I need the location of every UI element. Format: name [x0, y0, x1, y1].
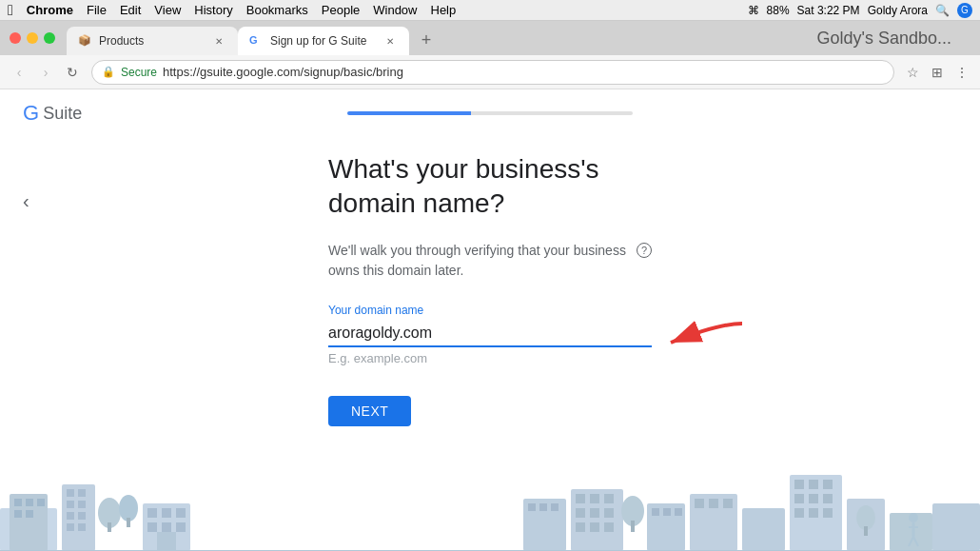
svg-rect-4	[26, 499, 33, 506]
svg-rect-39	[604, 494, 614, 503]
svg-rect-47	[631, 521, 635, 532]
suite-text: Suite	[43, 104, 82, 124]
svg-rect-50	[663, 508, 671, 516]
address-bar: ‹ › ↻ 🔒 Secure https://gsuite.google.com…	[0, 55, 980, 89]
close-button[interactable]	[10, 32, 21, 44]
svg-rect-5	[37, 499, 45, 506]
svg-rect-10	[78, 489, 86, 497]
chrome-tabbar: 📦 Products ✕ G Sign up for G Suite ✕ + G…	[0, 21, 980, 55]
tab-favicon-gsuite: G	[249, 34, 263, 48]
refresh-button[interactable]: ↻	[61, 61, 84, 84]
menu-file[interactable]: File	[87, 3, 107, 17]
secure-label: Secure	[121, 66, 157, 79]
svg-point-71	[909, 513, 918, 522]
svg-rect-40	[576, 508, 585, 518]
g-logo: G	[23, 101, 39, 126]
svg-rect-6	[14, 510, 22, 518]
svg-rect-59	[809, 480, 818, 489]
svg-rect-42	[604, 508, 614, 518]
svg-rect-38	[590, 494, 599, 503]
svg-rect-12	[78, 501, 86, 508]
new-tab-button[interactable]: +	[413, 27, 440, 53]
traffic-lights	[10, 32, 55, 44]
minimize-button[interactable]	[27, 32, 38, 44]
search-icon[interactable]: 🔍	[935, 4, 950, 17]
menu-people[interactable]: People	[322, 3, 360, 17]
svg-rect-53	[695, 499, 704, 508]
svg-rect-77	[864, 526, 868, 536]
next-button[interactable]: NEXT	[328, 396, 411, 426]
menu-chrome[interactable]: Chrome	[27, 3, 73, 17]
bookmark-icon[interactable]: ☆	[902, 62, 923, 83]
gsuite-header: G Suite	[0, 89, 980, 133]
menu-window[interactable]: Window	[373, 3, 417, 17]
gsuite-logo: G Suite	[23, 101, 82, 126]
svg-rect-35	[551, 503, 559, 511]
extensions-icon[interactable]: ⊞	[927, 62, 948, 83]
menu-edit[interactable]: Edit	[120, 3, 141, 17]
svg-rect-64	[794, 508, 804, 518]
svg-rect-14	[78, 512, 86, 520]
svg-rect-62	[809, 494, 818, 503]
clock: Sat 3:22 PM	[797, 4, 860, 17]
maximize-button[interactable]	[44, 32, 55, 44]
more-menu-icon[interactable]: ⋮	[951, 62, 972, 83]
svg-rect-11	[67, 501, 74, 508]
battery-level: 88%	[767, 4, 790, 17]
gsuite-main-content: ‹ What's your business's domain name? We…	[0, 133, 980, 551]
svg-rect-18	[108, 522, 111, 532]
svg-rect-24	[176, 508, 186, 518]
svg-point-19	[119, 495, 138, 521]
profile-icon[interactable]: G	[957, 3, 972, 18]
tab-title-gsuite: Sign up for G Suite	[270, 34, 375, 48]
svg-rect-3	[14, 499, 22, 506]
gsuite-page: G Suite ‹ What's your business's domain …	[0, 89, 980, 551]
tab-products[interactable]: 📦 Products ✕	[67, 27, 238, 55]
domain-field-label: Your domain name	[328, 304, 652, 317]
progress-empty	[471, 111, 633, 115]
menu-bookmarks[interactable]: Bookmarks	[246, 3, 308, 17]
back-button[interactable]: ‹	[8, 61, 30, 84]
svg-rect-69	[932, 503, 980, 551]
url-bar[interactable]: 🔒 Secure https://gsuite.google.com/signu…	[91, 60, 894, 85]
city-illustration: @	[0, 456, 980, 551]
menu-view[interactable]: View	[154, 3, 181, 17]
svg-rect-7	[26, 510, 33, 518]
back-arrow[interactable]: ‹	[23, 190, 29, 212]
main-title: What's your business's domain name?	[328, 152, 652, 222]
profile-menu[interactable]: Goldy's Sandbo...	[816, 29, 951, 49]
secure-icon: 🔒	[102, 66, 115, 78]
svg-rect-20	[127, 518, 130, 527]
svg-rect-63	[823, 494, 833, 503]
svg-rect-49	[652, 508, 659, 516]
svg-rect-61	[794, 494, 804, 503]
progress-filled	[347, 111, 471, 115]
svg-rect-34	[539, 503, 547, 511]
menubar:  Chrome File Edit View History Bookmark…	[0, 0, 980, 21]
tab-close-products[interactable]: ✕	[211, 33, 226, 49]
menu-history[interactable]: History	[194, 3, 232, 17]
svg-rect-51	[675, 508, 682, 516]
svg-rect-37	[576, 494, 585, 503]
svg-rect-25	[147, 522, 157, 532]
svg-rect-54	[709, 499, 718, 508]
apple-menu[interactable]: 	[8, 2, 13, 19]
subtitle-text: We'll walk you through verifying that yo…	[328, 241, 652, 281]
svg-rect-27	[176, 522, 186, 532]
tab-favicon-products: 📦	[78, 34, 91, 48]
svg-rect-28	[157, 532, 176, 551]
url-text: https://gsuite.google.com/signup/basic/b…	[163, 65, 403, 79]
menu-help[interactable]: Help	[431, 3, 457, 17]
domain-input[interactable]	[328, 321, 652, 347]
red-arrow-annotation	[661, 319, 747, 361]
tab-gsuite[interactable]: G Sign up for G Suite ✕	[238, 27, 409, 55]
svg-rect-56	[742, 508, 785, 551]
svg-rect-66	[823, 508, 833, 518]
help-icon[interactable]: ?	[637, 243, 652, 258]
form-container: What's your business's domain name? We'l…	[328, 152, 652, 426]
svg-rect-22	[147, 508, 157, 518]
tab-close-gsuite[interactable]: ✕	[382, 33, 398, 49]
svg-rect-26	[162, 522, 171, 532]
svg-rect-13	[67, 512, 74, 520]
forward-button[interactable]: ›	[34, 61, 57, 84]
